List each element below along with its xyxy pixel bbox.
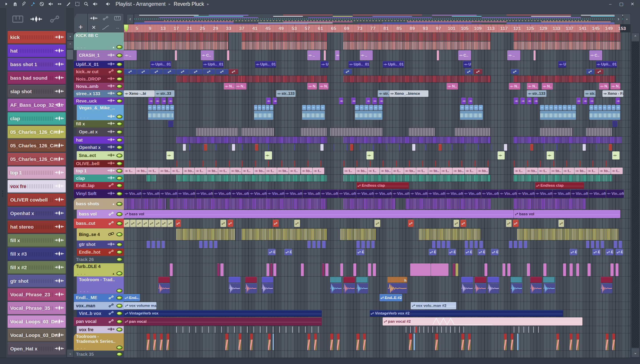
playlist-clip[interactable]: h — [387, 277, 407, 283]
track-mute-led[interactable] — [116, 272, 122, 276]
playlist-clip[interactable]: N.. — [319, 83, 328, 90]
playlist-clip[interactable]: N.. — [599, 83, 609, 90]
playlist-clip[interactable]: Upli.._01 — [348, 61, 369, 68]
playlist-clip[interactable] — [176, 228, 235, 240]
playlist-clip[interactable] — [431, 264, 449, 276]
picker-item[interactable]: hat stereo — [8, 220, 66, 233]
playlist-clip[interactable] — [504, 334, 507, 350]
playlist-clip[interactable] — [461, 220, 466, 227]
playlist-clip[interactable] — [343, 137, 491, 144]
playlist-clip[interactable] — [343, 198, 395, 209]
playlist-clip[interactable] — [534, 50, 536, 60]
track-header[interactable]: vox fre — [77, 326, 124, 333]
playlist-clip[interactable]: Xeno -..bi — [124, 90, 155, 97]
playlist-clip[interactable] — [148, 98, 153, 104]
track-header[interactable]: kick..w cut — [74, 68, 124, 76]
playlist-clip[interactable] — [530, 277, 542, 283]
playlist-clip[interactable] — [586, 241, 589, 248]
playlist-clip[interactable] — [468, 98, 473, 104]
track-mute-led[interactable] — [116, 352, 122, 356]
overview-scroll-right-button[interactable]: › — [615, 14, 622, 24]
arrangement-overview[interactable] — [134, 14, 631, 24]
playlist-clip[interactable] — [454, 220, 459, 227]
playlist-clip[interactable] — [343, 33, 491, 41]
playlist-clip[interactable]: bass vol — [514, 210, 620, 218]
playlist-clip[interactable] — [161, 98, 166, 104]
playlist-clip[interactable] — [155, 220, 161, 227]
playlist-clip[interactable] — [355, 111, 382, 120]
picker-item[interactable]: Openhat x — [8, 207, 66, 220]
playlist-clip[interactable] — [250, 334, 253, 350]
playlist-clip[interactable] — [453, 264, 455, 276]
playlist-clip[interactable]: Upli.._01 — [150, 61, 171, 68]
playlist-clip[interactable] — [439, 144, 442, 151]
track-header[interactable]: Vinyl Soft — [74, 189, 124, 198]
playlist-clip[interactable] — [268, 334, 271, 350]
mini-pattern-block[interactable] — [611, 105, 615, 110]
playlist-clip[interactable] — [460, 111, 483, 120]
playlist-clip[interactable]: Upli.._01 — [383, 61, 404, 68]
playlist-clip[interactable] — [589, 98, 594, 104]
picker-item[interactable]: slap shot — [8, 85, 66, 98]
playlist-clip[interactable]: .. — [307, 50, 320, 60]
track-lane[interactable] — [124, 256, 631, 263]
picker-item[interactable]: Vocal_Loops_03_Dr.. — [8, 329, 66, 342]
playlist-clip[interactable]: to.. — [206, 168, 218, 174]
playlist-clip[interactable]: str..1 — [378, 90, 389, 97]
playlist-clip[interactable] — [324, 50, 326, 60]
playlist-clip[interactable] — [556, 334, 559, 350]
playlist-clip[interactable] — [124, 198, 166, 209]
mini-pattern-block[interactable] — [474, 105, 478, 110]
track-mute-led[interactable] — [116, 212, 122, 216]
mini-pattern-block[interactable] — [316, 105, 320, 110]
track-header[interactable]: gtr shot — [77, 240, 124, 248]
playlist-clip[interactable]: Vin..oft — [177, 190, 195, 198]
track-mute-led[interactable] — [116, 54, 122, 58]
playlist-clip[interactable]: E.. — [268, 249, 276, 256]
playlist-clip[interactable] — [507, 264, 510, 276]
playlist-clip[interactable] — [361, 241, 365, 248]
mini-pattern-block[interactable] — [311, 105, 316, 110]
playlist-clip[interactable] — [442, 241, 445, 248]
playlist-clip[interactable]: Endless clap — [535, 182, 584, 189]
track-mute-led[interactable] — [116, 77, 122, 81]
track-lane[interactable]: h — [124, 276, 631, 294]
playlist-clip[interactable] — [343, 76, 491, 82]
track-lane[interactable] — [124, 198, 631, 210]
track-lane[interactable] — [124, 240, 631, 248]
playlist-clip[interactable] — [455, 128, 491, 136]
track-mute-led[interactable] — [116, 202, 122, 206]
playlist-clip[interactable] — [320, 144, 324, 151]
track-options-dots[interactable]: · · · — [77, 272, 86, 276]
playlist-clip[interactable] — [265, 151, 272, 160]
track-lane[interactable] — [124, 32, 631, 50]
playlist-clip[interactable]: Upli.._01 — [255, 61, 276, 68]
playlist-clip[interactable]: t.. — [538, 168, 550, 174]
playlist-clip[interactable] — [335, 50, 339, 60]
playlist-clip[interactable]: pan vocal #2 — [383, 318, 582, 326]
mini-pattern-block[interactable] — [460, 105, 464, 110]
playlist-clip[interactable] — [461, 98, 466, 104]
playlist-clip[interactable] — [479, 241, 483, 248]
playlist-clip[interactable] — [614, 241, 617, 248]
playlist-clip[interactable] — [167, 220, 173, 227]
picker-item[interactable]: top 1 — [8, 166, 66, 179]
playlist-clip[interactable]: Xeno - Fx..133 — [602, 90, 623, 97]
track-mute-led[interactable] — [116, 146, 122, 149]
playlist-clip[interactable] — [137, 69, 150, 74]
playlist-clip[interactable] — [419, 228, 481, 240]
playlist-clip[interactable] — [576, 334, 579, 350]
playlist-clip[interactable] — [302, 111, 325, 120]
playlist-clip[interactable] — [461, 277, 473, 283]
playlist-grid[interactable]: ..C......C....C..Upli.._01Upli.._01Upli.… — [124, 32, 631, 358]
playlist-clip[interactable]: End.._ME — [124, 294, 140, 302]
track-header[interactable]: bass vol — [77, 210, 124, 218]
track-lane[interactable] — [124, 175, 631, 182]
playlist-clip[interactable] — [412, 144, 415, 151]
playlist-clip[interactable]: C.. — [201, 50, 214, 60]
picker-item[interactable]: fill x — [8, 234, 66, 247]
mini-pattern-block[interactable] — [594, 105, 598, 110]
playlist-clip[interactable]: t.. — [392, 168, 404, 174]
playlist-clip[interactable]: Vin..oft — [320, 190, 338, 198]
playlist-clip[interactable] — [312, 241, 316, 248]
